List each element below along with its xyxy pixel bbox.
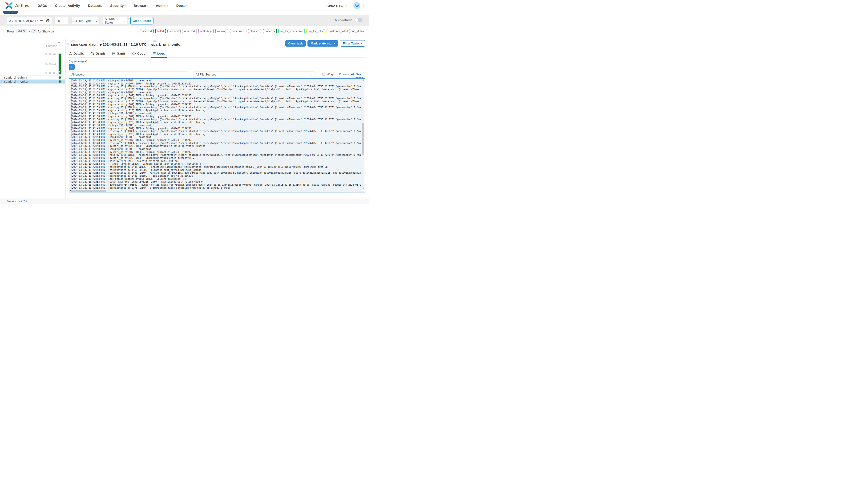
- attempt-1-button[interactable]: 1: [69, 64, 74, 70]
- log-output-panel[interactable]: [2024-03-18, 13:42:23 UTC] {job.py:216} …: [69, 78, 365, 192]
- footer: Version: v2.7.2: [0, 198, 369, 204]
- log-line: [2024-03-18, 13:42:23 UTC] {job.py:216} …: [71, 79, 361, 82]
- tab-gantt[interactable]: Gantt: [112, 50, 125, 57]
- caret-down-icon: ▾: [361, 42, 362, 45]
- log-line: [2024-03-18, 13:42:33 UTC] {pyspark_pi.p…: [71, 103, 361, 106]
- scroll-down-icon[interactable]: ▼: [362, 187, 364, 189]
- breadcrumb-value-text: 2024-03-18, 13:42:16 UTC: [103, 42, 147, 46]
- log-level-select[interactable]: All Levels ⌄: [69, 71, 189, 78]
- task-detail-panel: » DAGsparkapp_dag/Run▶2024-03-18, 13:42:…: [66, 39, 369, 198]
- log-line: [2024-03-18, 13:42:53 UTC] {local_task_j…: [71, 181, 361, 184]
- scrolled-header-button[interactable]: [3, 11, 18, 14]
- log-line: [2024-03-18, 13:42:38 UTC] {pyspark_pi.p…: [71, 115, 361, 118]
- nav-item-datasets[interactable]: Datasets: [88, 4, 102, 7]
- log-line: [2024-03-18, 13:42:53 UTC] {pyspark_pi.p…: [71, 157, 361, 160]
- vertical-scrollbar[interactable]: ▲ ▼: [362, 78, 365, 189]
- download-link[interactable]: Download: [339, 72, 354, 76]
- run-play-icon: ▶: [100, 43, 102, 46]
- log-line: [2024-03-18, 13:42:23 UTC] {rest.py:231}…: [71, 85, 361, 88]
- expand-panel-icon[interactable]: »: [67, 41, 69, 46]
- tab-graph[interactable]: Graph: [91, 50, 105, 57]
- log-line: [2024-03-18, 13:42:23 UTC] {pyspark_pi.p…: [71, 82, 361, 86]
- log-line: [2024-03-18, 13:42:23 UTC] {pyspark_pi.p…: [71, 88, 361, 91]
- task-row-spark_pi_submit[interactable]: spark_pi_submit: [0, 75, 65, 79]
- breadcrumb-run[interactable]: Run▶2024-03-18, 13:42:16 UTC: [100, 39, 147, 46]
- attempts-label: (by attempts): [69, 60, 87, 63]
- tab-details[interactable]: Details: [68, 50, 84, 57]
- version-link[interactable]: v2.7.2: [19, 199, 27, 203]
- log-line: [2024-03-18, 13:42:53 UTC] {taskinstance…: [71, 174, 361, 178]
- log-line: [2024-03-18, 13:42:38 UTC] {job.py:216} …: [71, 124, 361, 127]
- shortcut-hint: Press shift + / for Shortcuts: [7, 29, 55, 33]
- task-state-square[interactable]: [59, 76, 61, 78]
- mark-state-button[interactable]: Mark state as...▾: [307, 40, 338, 46]
- calendar-icon: [46, 19, 50, 22]
- breadcrumb-task[interactable]: Taskspark_pi_monitor: [151, 39, 182, 46]
- log-line: [2024-03-18, 13:42:28 UTC] {job.py:216} …: [71, 91, 361, 94]
- nav-item-label: Cluster Activity: [55, 4, 80, 7]
- clock-display[interactable]: 13:52 UTC: [326, 4, 343, 8]
- base-date-input[interactable]: 03/18/2024, 01:52:47 PM: [7, 17, 52, 24]
- toggle-knob: [355, 18, 358, 22]
- run-play-icon: [59, 71, 61, 73]
- log-line: [2024-03-18, 13:42:28 UTC] {rest.py:231}…: [71, 97, 361, 100]
- airflow-brand[interactable]: Airflow: [5, 1, 29, 10]
- breadcrumb-value[interactable]: sparkapp_dag: [71, 42, 96, 46]
- log-line: [2024-03-18, 13:42:43 UTC] {pyspark_pi.p…: [71, 133, 361, 136]
- state-legend: deferredfailedqueuedremovedrestartingrun…: [140, 29, 364, 33]
- nav-item-dags[interactable]: DAGs: [37, 4, 47, 7]
- caret-down-icon: ▾: [147, 4, 148, 7]
- breadcrumb-value-text: sparkapp_dag: [71, 42, 96, 46]
- state-badge-removed: removed: [182, 29, 197, 33]
- run-types-select[interactable]: All Run Types ⌄: [71, 17, 100, 24]
- breadcrumb-value[interactable]: ▶2024-03-18, 13:42:16 UTC: [100, 42, 147, 46]
- nav-item-cluster-activity[interactable]: Cluster Activity: [55, 4, 80, 7]
- scroll-up-icon[interactable]: ▲: [362, 79, 364, 81]
- user-avatar[interactable]: AA: [353, 2, 361, 9]
- breadcrumb-label: Run: [100, 39, 147, 42]
- file-source-select[interactable]: All File Sources ⌄: [193, 71, 315, 78]
- auto-refresh-label: Auto-refresh: [335, 18, 352, 22]
- breadcrumb-dag[interactable]: DAGsparkapp_dag: [71, 39, 96, 46]
- log-line: [2024-03-18, 13:42:53 UTC] {pyspark_pi.p…: [71, 151, 361, 154]
- page-size-value: 25: [57, 19, 60, 23]
- nav-item-docs[interactable]: Docs▾: [176, 4, 187, 7]
- filter-tasks-button[interactable]: Filter Tasks▾: [340, 40, 365, 46]
- nav-item-label: Security: [110, 4, 124, 7]
- legend-row: Press shift + / for Shortcuts deferredfa…: [0, 27, 369, 37]
- nav-item-label: Datasets: [88, 4, 102, 7]
- state-badge-restarting: restarting: [198, 29, 214, 33]
- collapse-sidebar-icon[interactable]: «: [58, 40, 61, 45]
- breadcrumb-rule: [68, 49, 365, 49]
- nav-item-label: Browse: [133, 4, 146, 7]
- task-row-spark_pi_monitor[interactable]: spark_pi_monitor: [0, 79, 65, 84]
- log-line: [2024-03-18, 13:42:38 UTC] {rest.py:231}…: [71, 118, 361, 121]
- scroll-left-icon[interactable]: ◀: [69, 189, 71, 192]
- log-line: [2024-03-18, 13:42:53 UTC] {taskinstance…: [71, 187, 361, 189]
- task-state-square[interactable]: [59, 81, 61, 83]
- page-size-select[interactable]: 25 ⌄: [54, 17, 68, 24]
- breadcrumb-separator: /: [148, 42, 149, 46]
- horizontal-scrollbar[interactable]: ◀: [69, 189, 362, 192]
- log-line: [2024-03-18, 13:42:48 UTC] {pyspark_pi.p…: [71, 139, 361, 142]
- tab-label: Code: [137, 52, 145, 55]
- horizontal-scroll-thumb[interactable]: [71, 190, 106, 192]
- breadcrumb-value-text: spark_pi_monitor: [151, 42, 182, 46]
- tab-code[interactable]: Code: [132, 50, 146, 57]
- log-line: [2024-03-18, 13:42:28 UTC] {pyspark_pi.p…: [71, 94, 361, 97]
- auto-refresh-toggle[interactable]: [354, 18, 363, 22]
- run-states-select[interactable]: All Run States ⌄: [103, 17, 127, 24]
- nav-item-security[interactable]: Security▾: [110, 4, 125, 7]
- clear-filters-button[interactable]: Clear Filters: [130, 17, 154, 25]
- wrap-checkbox[interactable]: [322, 73, 326, 76]
- state-badge-success: success: [263, 29, 277, 33]
- no-status-label: no_status: [352, 30, 364, 32]
- clear-task-button[interactable]: Clear task: [285, 40, 306, 46]
- breadcrumb-value[interactable]: spark_pi_monitor: [151, 42, 182, 46]
- wrap-label: Wrap: [327, 72, 334, 76]
- nav-item-browse[interactable]: Browse▾: [133, 4, 148, 7]
- nav-item-admin[interactable]: Admin▾: [156, 4, 168, 7]
- tab-logs[interactable]: Logs: [152, 50, 165, 57]
- vertical-scroll-thumb[interactable]: [362, 123, 364, 155]
- state-badge-upstream_failed: upstream_failed: [327, 29, 350, 33]
